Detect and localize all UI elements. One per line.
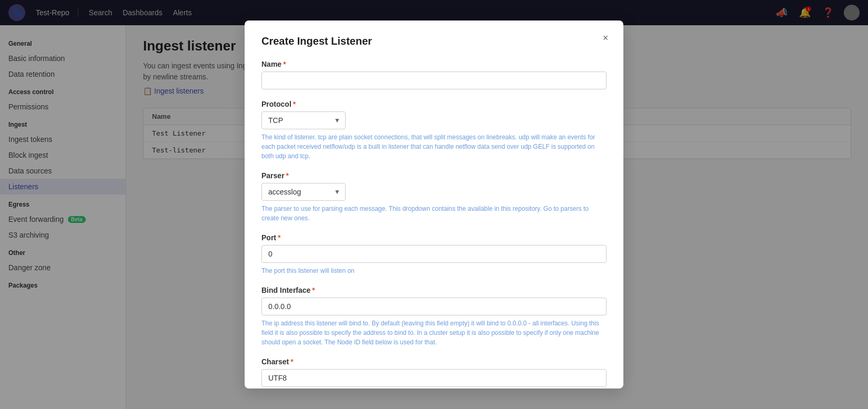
bind-interface-required-star: * — [312, 286, 315, 294]
port-field-group: Port * The port this listener will liste… — [261, 233, 607, 275]
charset-input[interactable] — [261, 369, 607, 387]
port-input[interactable] — [261, 245, 607, 263]
parser-field-group: Parser * accesslog syslog json raw ▼ The… — [261, 171, 607, 223]
name-input[interactable] — [261, 71, 607, 89]
port-required-star: * — [278, 233, 280, 242]
charset-field-group: Charset * The charset used to decode the… — [261, 357, 607, 388]
bind-interface-label: Bind Interface * — [261, 286, 607, 294]
modal: Create Ingest Listener × Name * Protocol… — [245, 21, 623, 388]
modal-overlay[interactable]: Create Ingest Listener × Name * Protocol… — [0, 0, 868, 409]
port-label: Port * — [261, 233, 607, 242]
modal-close-button[interactable]: × — [598, 31, 613, 46]
name-field-group: Name * — [261, 60, 607, 89]
protocol-field-group: Protocol * TCP UDP GELF Netflow ▼ The ki… — [261, 100, 607, 161]
name-required-star: * — [283, 60, 286, 68]
protocol-hint: The kind of listener. tcp are plain sock… — [261, 132, 607, 161]
parser-required-star: * — [286, 171, 289, 180]
bind-interface-field-group: Bind Interface * The ip address this lis… — [261, 286, 607, 347]
parser-select[interactable]: accesslog syslog json raw — [261, 183, 346, 201]
protocol-select[interactable]: TCP UDP GELF Netflow — [261, 111, 346, 129]
name-label: Name * — [261, 60, 607, 68]
modal-title: Create Ingest Listener — [261, 35, 607, 47]
bind-interface-hint: The ip address this listener will bind t… — [261, 319, 607, 347]
parser-hint: The parser to use for parsing each messa… — [261, 204, 607, 223]
parser-select-wrapper: accesslog syslog json raw ▼ — [261, 183, 346, 201]
protocol-label: Protocol * — [261, 100, 607, 108]
bind-interface-input[interactable] — [261, 298, 607, 315]
charset-required-star: * — [290, 357, 293, 366]
port-hint: The port this listener will listen on — [261, 266, 607, 275]
charset-label: Charset * — [261, 357, 607, 366]
protocol-required-star: * — [293, 100, 296, 108]
protocol-select-wrapper: TCP UDP GELF Netflow ▼ — [261, 111, 346, 129]
parser-label: Parser * — [261, 171, 607, 180]
